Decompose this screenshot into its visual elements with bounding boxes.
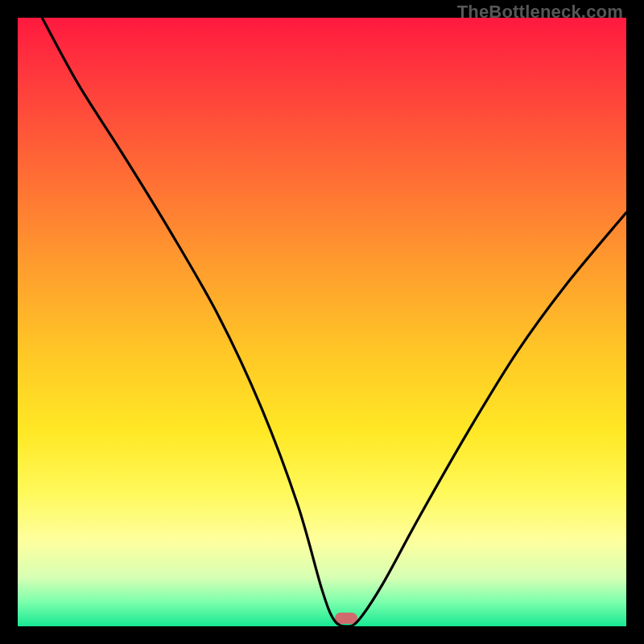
bottleneck-curve bbox=[18, 18, 626, 626]
watermark-text: TheBottleneck.com bbox=[457, 2, 623, 23]
curve-path bbox=[42, 18, 626, 626]
chart-frame: TheBottleneck.com bbox=[0, 0, 644, 644]
